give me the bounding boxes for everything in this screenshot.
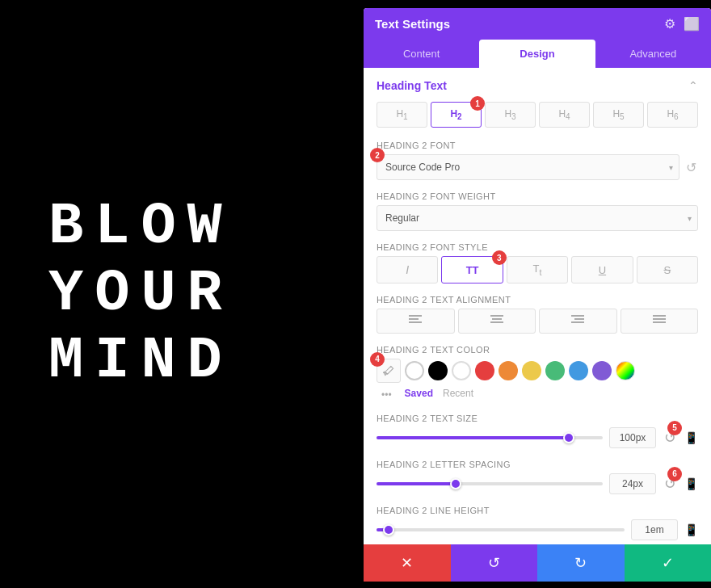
letter-spacing-thumb[interactable] — [450, 478, 461, 489]
weight-select-row: Regular ▾ — [377, 205, 698, 231]
text-size-input[interactable] — [609, 427, 656, 448]
font-select-wrapper: Source Code Pro ▾ — [377, 154, 679, 180]
collapse-icon[interactable]: ⌃ — [688, 79, 698, 92]
letter-spacing-fill — [377, 482, 456, 485]
style-btn-strikethrough[interactable]: S — [637, 256, 698, 284]
text-size-fill — [377, 436, 569, 439]
font-select-row: 2 Source Code Pro ▾ ↺ — [377, 154, 698, 180]
badge-4: 4 — [370, 352, 385, 367]
style-btn-capitalize[interactable]: Tt — [507, 256, 568, 284]
h-tab-h3[interactable]: H3 — [485, 102, 536, 128]
color-label: Heading 2 Text Color — [377, 345, 698, 355]
text-size-control: 5 ↺ 📱 — [377, 427, 698, 448]
saved-label[interactable]: Saved — [405, 388, 433, 402]
cancel-button[interactable]: ✕ — [364, 544, 451, 582]
font-select[interactable]: Source Code Pro — [377, 154, 679, 180]
font-reset-button[interactable]: ↺ — [684, 158, 698, 177]
weight-label: Heading 2 Font Weight — [377, 191, 698, 201]
badge-1: 1 — [470, 96, 485, 111]
section-header: Heading Text ⌃ — [377, 79, 698, 92]
swatch-yellow[interactable] — [522, 361, 541, 380]
style-btn-allcaps[interactable]: TT 3 — [441, 256, 503, 284]
svg-rect-6 — [571, 315, 584, 317]
redo-button[interactable]: ↻ — [537, 544, 625, 582]
h-tab-h5[interactable]: H5 — [593, 102, 644, 128]
settings-panel: Text Settings ⚙ ⬜ Content Design Advance… — [364, 8, 711, 582]
swatch-purple[interactable] — [592, 361, 612, 380]
reset-button[interactable]: ↺ — [451, 544, 538, 582]
expand-icon[interactable]: ⬜ — [684, 16, 700, 32]
svg-rect-10 — [653, 318, 666, 320]
h-tab-h1[interactable]: H1 — [377, 102, 427, 128]
letter-spacing-track[interactable] — [377, 482, 603, 485]
line-height-track[interactable] — [377, 528, 625, 531]
tab-design[interactable]: Design — [479, 40, 595, 68]
text-size-track[interactable] — [377, 436, 603, 439]
weight-select[interactable]: Regular — [377, 205, 698, 231]
background-text: BLOW YOUR MIND — [48, 194, 233, 394]
bg-line-2: YOUR — [48, 261, 233, 328]
line-height-input[interactable] — [631, 519, 678, 540]
style-field: Heading 2 Font Style I TT 3 Tt U S — [377, 242, 698, 284]
align-btn-center[interactable] — [458, 309, 536, 334]
swatch-red[interactable] — [475, 361, 494, 380]
line-height-field: Heading 2 Line Height 📱 — [377, 506, 698, 540]
swatch-white2[interactable] — [452, 361, 471, 380]
h-tab-h4[interactable]: H4 — [539, 102, 590, 128]
panel-header: Text Settings ⚙ ⬜ — [364, 8, 711, 40]
svg-rect-4 — [492, 318, 502, 320]
line-height-control: 📱 — [377, 519, 698, 540]
bg-line-3: MIND — [48, 327, 233, 394]
svg-rect-11 — [653, 321, 666, 323]
letter-spacing-field: Heading 2 Letter Spacing 6 ↺ 📱 — [377, 460, 698, 494]
save-button[interactable]: ✓ — [625, 544, 712, 582]
h-tab-h6[interactable]: H6 — [647, 102, 698, 128]
text-size-responsive-icon[interactable]: 📱 — [684, 431, 698, 444]
alignment-field: Heading 2 Text Alignment — [377, 295, 698, 334]
gradient-picker[interactable] — [616, 361, 635, 380]
svg-rect-9 — [653, 315, 666, 317]
align-btn-justify[interactable] — [621, 309, 699, 334]
h-tab-h2[interactable]: H2 1 — [431, 102, 482, 128]
letter-spacing-control: 6 ↺ 📱 — [377, 473, 698, 494]
badge-6: 6 — [667, 467, 682, 481]
style-btn-italic[interactable]: I — [377, 256, 438, 284]
line-height-responsive-icon[interactable]: 📱 — [684, 523, 698, 536]
text-size-field: Heading 2 Text Size 5 ↺ 📱 — [377, 414, 698, 448]
text-size-thumb[interactable] — [563, 432, 574, 443]
weight-field: Heading 2 Font Weight Regular ▾ — [377, 191, 698, 231]
action-bar: ✕ ↺ ↻ ✓ — [364, 544, 711, 582]
font-label: Heading 2 Font — [377, 141, 698, 150]
style-btn-underline[interactable]: U — [571, 256, 633, 284]
svg-rect-7 — [574, 318, 584, 320]
svg-rect-3 — [490, 315, 503, 317]
svg-rect-5 — [490, 321, 503, 323]
style-buttons: I TT 3 Tt U S — [377, 256, 698, 284]
letter-spacing-responsive-icon[interactable]: 📱 — [684, 477, 698, 490]
tab-content[interactable]: Content — [364, 40, 479, 68]
panel-header-icons: ⚙ ⬜ — [664, 16, 700, 32]
swatch-orange[interactable] — [499, 361, 518, 380]
bg-line-1: BLOW — [48, 194, 233, 261]
weight-select-wrapper: Regular ▾ — [377, 205, 698, 231]
badge-3: 3 — [492, 250, 507, 265]
heading-tabs: H1 H2 1 H3 H4 H5 H6 — [377, 102, 698, 128]
swatch-green[interactable] — [545, 361, 565, 380]
saved-recent-row: ••• Saved Recent — [377, 388, 698, 402]
panel-title: Text Settings — [375, 17, 450, 31]
section-title: Heading Text — [377, 79, 447, 92]
settings-icon[interactable]: ⚙ — [664, 16, 675, 32]
svg-rect-2 — [409, 321, 422, 323]
align-btn-right[interactable] — [539, 309, 617, 334]
swatch-black[interactable] — [428, 361, 448, 380]
letter-spacing-input[interactable] — [609, 473, 656, 494]
align-btn-left[interactable] — [377, 309, 455, 334]
more-dots[interactable]: ••• — [378, 388, 395, 402]
tab-advanced[interactable]: Advanced — [595, 40, 711, 68]
swatch-white[interactable] — [405, 361, 424, 380]
font-field: Heading 2 Font 2 Source Code Pro ▾ ↺ — [377, 141, 698, 180]
panel-content: Heading Text ⌃ H1 H2 1 H3 H4 H5 H6 Headi… — [364, 68, 711, 544]
swatch-blue[interactable] — [569, 361, 588, 380]
recent-label[interactable]: Recent — [443, 388, 473, 402]
line-height-thumb[interactable] — [383, 524, 394, 536]
